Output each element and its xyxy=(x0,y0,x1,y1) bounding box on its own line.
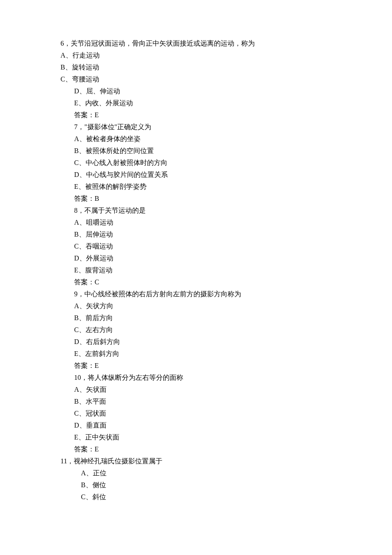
text-line: D、外展运动 xyxy=(0,252,392,264)
document-page: 6，关节沿冠状面运动，骨向正中矢状面接近或远离的运动，称为A、行走运动B、旋转运… xyxy=(0,0,392,503)
text-line: 9，中心线经被照体的右后方射向左前方的摄影方向称为 xyxy=(0,288,392,300)
text-line: A、被检者身体的坐姿 xyxy=(0,133,392,145)
text-line: B、侧位 xyxy=(0,479,392,491)
text-line: D、右后斜方向 xyxy=(0,336,392,348)
text-line: 答案：B xyxy=(0,193,392,205)
text-line: C、冠状面 xyxy=(0,408,392,419)
text-line: A、行走运动 xyxy=(0,49,392,61)
text-line: B、旋转运动 xyxy=(0,61,392,73)
text-line: B、屈伸运动 xyxy=(0,228,392,240)
text-line: D、垂直面 xyxy=(0,419,392,431)
text-line: C、弯腰运动 xyxy=(0,73,392,85)
text-line: 10，将人体纵断分为左右等分的面称 xyxy=(0,372,392,384)
text-line: D、屈、伸运动 xyxy=(0,85,392,97)
text-line: C、中心线入射被照体时的方向 xyxy=(0,157,392,169)
text-line: 答案：E xyxy=(0,109,392,121)
text-line: 6，关节沿冠状面运动，骨向正中矢状面接近或远离的运动，称为 xyxy=(0,38,392,49)
text-line: E、腹背运动 xyxy=(0,264,392,276)
text-line: B、水平面 xyxy=(0,396,392,408)
text-line: 答案：C xyxy=(0,276,392,288)
text-line: C、斜位 xyxy=(0,491,392,503)
text-line: E、内收、外展运动 xyxy=(0,97,392,109)
text-line: 7，"摄影体位"正确定义为 xyxy=(0,121,392,133)
text-line: A、咀嚼运动 xyxy=(0,217,392,228)
text-line: 11，视神经孔瑞氏位摄影位置属于 xyxy=(0,455,392,467)
text-line: C、左右方向 xyxy=(0,324,392,336)
text-line: E、左前斜方向 xyxy=(0,348,392,360)
text-line: A、正位 xyxy=(0,467,392,479)
text-line: A、矢状面 xyxy=(0,384,392,396)
text-line: B、被照体所处的空间位置 xyxy=(0,145,392,157)
text-line: C、吞咽运动 xyxy=(0,240,392,252)
text-line: E、被照体的解剖学姿势 xyxy=(0,181,392,193)
text-line: D、中心线与胶片间的位置关系 xyxy=(0,169,392,181)
text-line: A、矢状方向 xyxy=(0,300,392,312)
text-line: 答案：E xyxy=(0,443,392,455)
text-line: 8，不属于关节运动的是 xyxy=(0,205,392,217)
text-line: E、正中矢状面 xyxy=(0,431,392,443)
text-line: B、前后方向 xyxy=(0,312,392,324)
text-line: 答案：E xyxy=(0,360,392,372)
